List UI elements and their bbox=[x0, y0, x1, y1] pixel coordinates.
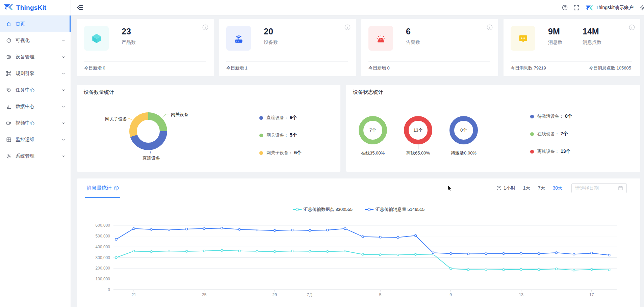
sidebar-item-数据中心[interactable]: 数据中心 bbox=[0, 98, 71, 115]
time-filter-7天[interactable]: 7天 bbox=[538, 185, 545, 191]
sidebar-item-设备管理[interactable]: 设备管理 bbox=[0, 49, 71, 65]
app-logo[interactable]: ThingsKit bbox=[0, 0, 71, 16]
task-icon bbox=[6, 87, 11, 93]
device-count-donut-chart[interactable] bbox=[129, 112, 167, 150]
donut-callout-label: 直连设备 bbox=[143, 155, 160, 161]
sidebar-menu: 首页可视化设备管理规则引擎任务中心数据中心视频中心监控运维系统管理 bbox=[0, 16, 71, 164]
ring-leader-line bbox=[464, 144, 464, 149]
svg-text:600,000: 600,000 bbox=[96, 223, 110, 228]
date-placeholder: 请选择日期 bbox=[575, 185, 618, 191]
device-icon bbox=[6, 54, 11, 60]
series-legend-汇总传输数据点[interactable]: 汇总传输数据点 8300555 bbox=[293, 206, 353, 213]
chevron-down-icon bbox=[61, 71, 66, 76]
legend-item[interactable]: 离线设备：13个 bbox=[530, 148, 572, 155]
calendar-icon bbox=[618, 186, 623, 191]
account-logo-icon bbox=[585, 4, 593, 11]
sidebar: ThingsKit 首页可视化设备管理规则引擎任务中心数据中心视频中心监控运维系… bbox=[0, 0, 71, 307]
status-ring-待激活[interactable]: 0个 bbox=[449, 116, 478, 144]
svg-text:29: 29 bbox=[273, 292, 277, 297]
account-name: Thingskit演示账户 bbox=[596, 5, 634, 11]
legend-label: 网关子设备： bbox=[266, 150, 293, 156]
sidebar-item-任务中心[interactable]: 任务中心 bbox=[0, 82, 71, 98]
chevron-down-icon bbox=[61, 88, 66, 92]
device-count-panel: 设备数量统计 网关设备网关子设备直连设备 直连设备：9个网关设备：5个网关子设备… bbox=[77, 85, 340, 172]
product-cube-icon bbox=[84, 26, 109, 51]
legend-dot bbox=[530, 150, 534, 154]
legend-item[interactable]: 网关设备：5个 bbox=[259, 132, 302, 139]
info-icon[interactable] bbox=[487, 24, 493, 32]
svg-text:25: 25 bbox=[202, 292, 207, 297]
chevron-down-icon bbox=[61, 104, 66, 109]
stat-cards-row: 23产品数今日新增 020设备数今日新增 16告警数今日新增 09M消息数14M… bbox=[77, 19, 640, 76]
sidebar-item-规则引擎[interactable]: 规则引擎 bbox=[0, 65, 71, 82]
help-icon[interactable] bbox=[562, 5, 568, 10]
filter-help-icon[interactable] bbox=[496, 186, 501, 191]
info-icon[interactable] bbox=[629, 24, 635, 32]
svg-text:0: 0 bbox=[108, 287, 110, 292]
tab-message-stats[interactable]: 消息量统计 bbox=[86, 178, 119, 198]
logo-text: ThingsKit bbox=[16, 4, 46, 11]
legend-dot bbox=[259, 151, 263, 155]
line-marker-icon bbox=[293, 207, 302, 212]
donut-callout-label: 网关设备 bbox=[171, 112, 188, 118]
line-marker-icon bbox=[365, 207, 373, 212]
tab-label: 消息量统计 bbox=[86, 185, 112, 191]
legend-item[interactable]: 网关子设备：6个 bbox=[259, 149, 302, 156]
date-picker-input[interactable]: 请选择日期 bbox=[571, 183, 627, 193]
legend-label: 离线设备： bbox=[537, 148, 559, 155]
info-icon[interactable] bbox=[202, 24, 208, 32]
stat-label: 设备数 bbox=[264, 39, 278, 46]
data-icon bbox=[6, 104, 11, 109]
sidebar-item-label: 监控运维 bbox=[16, 137, 61, 143]
account-menu[interactable]: Thingskit演示账户 bbox=[585, 4, 634, 11]
settings-gear-icon[interactable] bbox=[640, 5, 644, 11]
sidebar-item-系统管理[interactable]: 系统管理 bbox=[0, 148, 71, 164]
svg-text:5: 5 bbox=[379, 292, 382, 297]
stat-footer: 今日新增 0 bbox=[84, 65, 105, 76]
ring-count: 13个 bbox=[413, 127, 422, 133]
legend-count: 9个 bbox=[290, 115, 297, 121]
legend-count: 0个 bbox=[565, 113, 572, 119]
info-icon[interactable] bbox=[344, 24, 351, 32]
sidebar-item-可视化[interactable]: 可视化 bbox=[0, 32, 71, 49]
sidebar-item-label: 任务中心 bbox=[16, 87, 61, 93]
video-icon bbox=[6, 120, 11, 126]
legend-item[interactable]: 待激活设备：0个 bbox=[530, 113, 572, 120]
device-status-panel: 设备状态统计 7个在线35.00%13个离线65.00%0个待激活0.00% 待… bbox=[346, 85, 640, 172]
time-filter-30天[interactable]: 30天 bbox=[552, 185, 563, 191]
message-line-chart[interactable]: 0100,000200,000300,000400,000500,000600,… bbox=[77, 222, 640, 307]
legend-label: 待激活设备： bbox=[537, 113, 564, 119]
legend-count: 7个 bbox=[561, 131, 568, 137]
ring-leader-line bbox=[418, 144, 418, 149]
sidebar-item-label: 视频中心 bbox=[16, 120, 61, 126]
status-ring-在线[interactable]: 7个 bbox=[359, 116, 387, 144]
svg-text:400,000: 400,000 bbox=[96, 245, 110, 249]
stat-footer: 今日新增 0 bbox=[368, 65, 390, 76]
legend-item[interactable]: 在线设备：7个 bbox=[530, 131, 572, 137]
series-legend-label: 汇总传输消息量 5146515 bbox=[376, 206, 424, 213]
sidebar-item-视频中心[interactable]: 视频中心 bbox=[0, 115, 71, 131]
sidebar-item-label: 数据中心 bbox=[16, 104, 61, 110]
sidebar-item-label: 系统管理 bbox=[16, 153, 61, 159]
status-ring-离线[interactable]: 13个 bbox=[404, 116, 432, 144]
fullscreen-icon[interactable] bbox=[574, 5, 579, 10]
sidebar-item-监控运维[interactable]: 监控运维 bbox=[0, 131, 71, 148]
svg-text:9: 9 bbox=[449, 292, 452, 297]
sidebar-item-首页[interactable]: 首页 bbox=[0, 16, 71, 32]
svg-text:100,000: 100,000 bbox=[96, 277, 110, 281]
tab-help-icon bbox=[114, 186, 119, 191]
legend-item[interactable]: 直连设备：9个 bbox=[259, 114, 302, 121]
chevron-down-icon bbox=[61, 55, 66, 59]
stat-label: 消息点数 bbox=[583, 39, 601, 46]
time-filter-1小时[interactable]: 1小时 bbox=[504, 185, 516, 191]
alarm-icon bbox=[368, 26, 393, 51]
app-root: ThingsKit 首页可视化设备管理规则引擎任务中心数据中心视频中心监控运维系… bbox=[0, 0, 644, 307]
message-stats-panel: 消息量统计 bbox=[77, 178, 640, 307]
legend-count: 6个 bbox=[294, 150, 302, 156]
series-legend-汇总传输消息量[interactable]: 汇总传输消息量 5146515 bbox=[365, 206, 424, 213]
menu-fold-icon[interactable] bbox=[77, 4, 83, 11]
time-filter-1天[interactable]: 1天 bbox=[523, 185, 531, 191]
dashboard-content: 23产品数今日新增 020设备数今日新增 16告警数今日新增 09M消息数14M… bbox=[71, 16, 644, 307]
stat-value: 14M bbox=[583, 27, 601, 36]
legend-label: 直连设备： bbox=[266, 115, 288, 121]
